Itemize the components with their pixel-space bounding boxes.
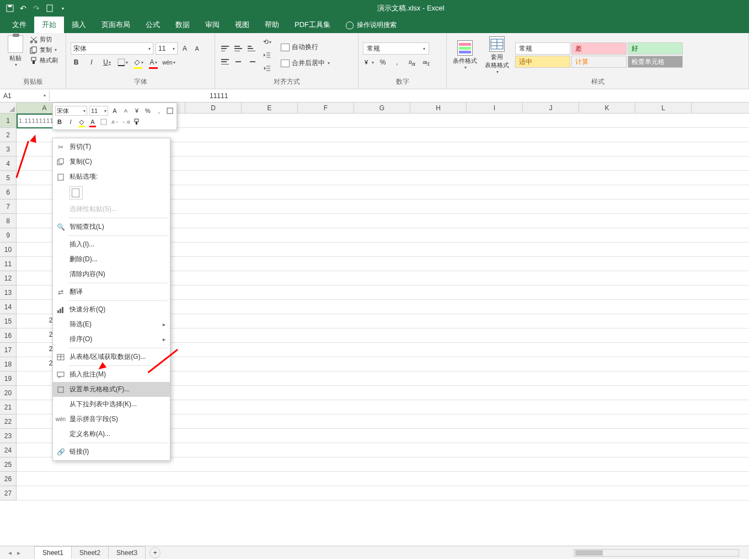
align-center-button[interactable] (233, 56, 244, 67)
col-header-g[interactable]: G (354, 103, 410, 113)
style-bad[interactable]: 差 (571, 42, 627, 55)
sheet-nav-next[interactable]: ▸ (14, 549, 23, 557)
ctx-copy[interactable]: 复制(C) (53, 154, 170, 169)
mini-bold-button[interactable]: B (55, 117, 64, 126)
mini-percent-icon[interactable]: % (143, 106, 152, 115)
phonetic-button[interactable]: wén▾ (163, 57, 174, 68)
row-header-11[interactable]: 11 (0, 257, 17, 271)
col-header-d[interactable]: D (185, 103, 242, 113)
sheet-tab-3[interactable]: Sheet3 (108, 546, 146, 559)
row-header-21[interactable]: 21 (0, 400, 17, 414)
underline-button[interactable]: U▾ (101, 57, 113, 68)
name-box[interactable]: A1▾ (0, 91, 50, 101)
format-as-table-button[interactable]: 套用 表格格式▾ (483, 36, 511, 74)
ctx-format-cells[interactable]: 设置单元格格式(F)... (53, 382, 170, 397)
col-header-l[interactable]: L (635, 103, 692, 113)
row-header-6[interactable]: 6 (0, 185, 17, 200)
row-header-14[interactable]: 14 (0, 300, 17, 314)
mini-italic-button[interactable]: I (66, 117, 75, 126)
mini-comma-icon[interactable]: , (154, 106, 163, 115)
copy-button[interactable]: 复制▾ (30, 46, 58, 54)
accounting-format-button[interactable]: ¥▾ (363, 57, 374, 68)
row-header-22[interactable]: 22 (0, 414, 17, 429)
paste-option-default[interactable] (69, 186, 83, 200)
font-size-combo[interactable]: 11▾ (156, 42, 178, 55)
row-header-10[interactable]: 10 (0, 243, 17, 257)
row-header-25[interactable]: 25 (0, 457, 17, 472)
undo-icon[interactable]: ↶ (19, 4, 28, 13)
percent-button[interactable]: % (377, 57, 388, 68)
col-header-i[interactable]: I (467, 103, 523, 113)
col-header-e[interactable]: E (242, 103, 298, 113)
ctx-filter[interactable]: 筛选(E)▸ (53, 317, 170, 332)
border-button[interactable]: ▾ (117, 57, 128, 68)
sheet-tab-1[interactable]: Sheet1 (34, 546, 72, 559)
ctx-insert-comment[interactable]: 插入批注(M) (53, 367, 170, 382)
mini-font-combo[interactable]: 宋体▾ (55, 106, 87, 116)
row-header-8[interactable]: 8 (0, 214, 17, 228)
tell-me-search[interactable]: 操作说明搜索 (338, 17, 404, 33)
mini-border-icon[interactable] (165, 106, 174, 115)
mini-grow-font-icon[interactable]: A (110, 106, 119, 115)
fill-color-button[interactable]: ▾ (132, 57, 143, 68)
row-header-20[interactable]: 20 (0, 386, 17, 400)
style-normal[interactable]: 常规 (515, 42, 570, 55)
tab-insert[interactable]: 插入 (64, 17, 94, 33)
align-bottom-button[interactable] (246, 43, 257, 54)
row-header-17[interactable]: 17 (0, 343, 17, 357)
style-check-cell[interactable]: 检查单元格 (628, 56, 683, 68)
tab-file[interactable]: 文件 (4, 17, 34, 33)
tab-page-layout[interactable]: 页面布局 (94, 17, 138, 33)
row-header-18[interactable]: 18 (0, 357, 17, 371)
decrease-indent-button[interactable] (261, 50, 272, 61)
tab-formulas[interactable]: 公式 (138, 17, 168, 33)
row-header-1[interactable]: 1 (0, 114, 17, 128)
col-header-f[interactable]: F (298, 103, 354, 113)
tab-pdf-tools[interactable]: PDF工具集 (287, 17, 338, 33)
row-header-12[interactable]: 12 (0, 271, 17, 286)
mini-fill-button[interactable] (77, 117, 86, 126)
col-header-j[interactable]: J (523, 103, 579, 113)
row-header-13[interactable]: 13 (0, 286, 17, 300)
font-color-button[interactable]: A▾ (148, 57, 159, 68)
row-header-5[interactable]: 5 (0, 171, 17, 185)
ctx-define-name[interactable]: 定义名称(A)... (53, 427, 170, 441)
style-neutral[interactable]: 适中 (515, 56, 570, 68)
ctx-pick-from-list[interactable]: 从下拉列表中选择(K)... (53, 397, 170, 412)
ctx-insert[interactable]: 插入(I)... (53, 237, 170, 252)
decrease-font-icon[interactable]: A (192, 44, 202, 53)
increase-indent-button[interactable] (261, 63, 272, 74)
scrollbar-thumb[interactable] (575, 550, 603, 556)
col-header-k[interactable]: K (579, 103, 635, 113)
ctx-smart-lookup[interactable]: 🔍智能查找(L) (53, 219, 170, 234)
ctx-clear-contents[interactable]: 清除内容(N) (53, 267, 170, 282)
style-good[interactable]: 好 (628, 42, 683, 55)
tab-view[interactable]: 视图 (227, 17, 257, 33)
mini-dec-decimal-icon[interactable]: ←.0 (121, 117, 130, 126)
bold-button[interactable]: B (71, 57, 82, 68)
select-all-button[interactable] (0, 103, 17, 113)
align-right-button[interactable] (246, 56, 257, 67)
increase-font-icon[interactable]: A (180, 44, 190, 53)
ctx-delete[interactable]: 删除(D)... (53, 252, 170, 267)
row-header-27[interactable]: 27 (0, 486, 17, 500)
align-top-button[interactable] (220, 43, 231, 54)
sheet-tab-2[interactable]: Sheet2 (71, 546, 109, 559)
paste-button[interactable]: 粘贴 ▾ (4, 35, 26, 75)
tab-review[interactable]: 审阅 (197, 17, 227, 33)
tab-help[interactable]: 帮助 (257, 17, 287, 33)
align-middle-button[interactable] (233, 43, 244, 54)
mini-size-combo[interactable]: 11▾ (89, 106, 108, 116)
row-header-2[interactable]: 2 (0, 128, 17, 142)
touch-mode-icon[interactable] (45, 4, 54, 13)
ctx-translate[interactable]: ⇄翻译 (53, 284, 170, 299)
format-painter-button[interactable]: 格式刷 (30, 56, 58, 64)
conditional-formatting-button[interactable]: 条件格式▾ (451, 40, 479, 70)
save-icon[interactable] (6, 4, 14, 13)
ctx-get-data[interactable]: 从表格/区域获取数据(G)... (53, 349, 170, 364)
row-header-4[interactable]: 4 (0, 157, 17, 171)
comma-button[interactable]: , (392, 57, 403, 68)
number-format-combo[interactable]: 常规▾ (363, 42, 429, 55)
cell-styles-gallery[interactable]: 常规 差 好 适中 计算 检查单元格 (515, 42, 683, 68)
row-header-23[interactable]: 23 (0, 429, 17, 443)
